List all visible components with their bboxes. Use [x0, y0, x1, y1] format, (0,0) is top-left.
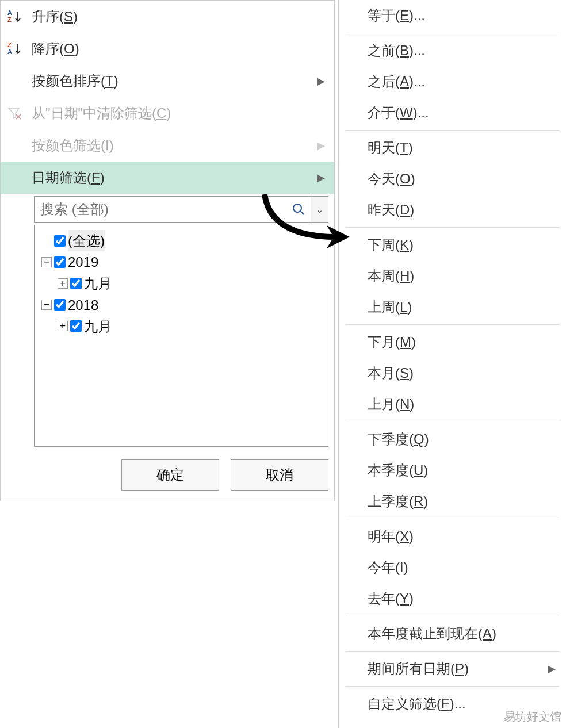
- sort-descending[interactable]: Z A 降序(O): [1, 33, 334, 65]
- expand-icon[interactable]: +: [58, 278, 68, 289]
- sort-desc-label: 降序(O): [32, 40, 330, 58]
- submenu-arrow-icon: ▶: [317, 171, 325, 184]
- sort-by-color[interactable]: 按颜色排序(T) ▶: [1, 65, 334, 97]
- submenu-arrow-icon: ▶: [548, 662, 556, 675]
- cancel-button[interactable]: 取消: [231, 459, 328, 491]
- filter-next-month[interactable]: 下月(M): [339, 327, 566, 358]
- submenu-arrow-icon: ▶: [317, 139, 325, 152]
- filter-yesterday[interactable]: 昨天(D): [339, 194, 566, 225]
- tree-month[interactable]: + 九月: [38, 316, 324, 337]
- filter-today[interactable]: 今天(O): [339, 163, 566, 194]
- filter-last-week[interactable]: 上周(L): [339, 292, 566, 323]
- filter-next-year[interactable]: 明年(X): [339, 521, 566, 552]
- sort-asc-icon: A Z: [7, 9, 32, 24]
- svg-text:A: A: [7, 48, 12, 55]
- search-input[interactable]: [35, 197, 286, 222]
- collapse-icon[interactable]: −: [41, 257, 52, 267]
- separator: [346, 324, 559, 325]
- ok-button[interactable]: 确定: [121, 459, 219, 491]
- tree-month-label: 九月: [84, 273, 112, 294]
- filter-this-week[interactable]: 本周(H): [339, 260, 566, 292]
- filter-all-dates-period[interactable]: 期间所有日期(P)▶: [339, 653, 566, 684]
- tree-month-label: 九月: [84, 316, 112, 337]
- tree-month[interactable]: + 九月: [38, 273, 324, 294]
- separator: [346, 227, 559, 228]
- date-filter-label: 日期筛选(F): [32, 168, 317, 187]
- search-row: ⌄: [34, 196, 328, 223]
- filter-this-quarter[interactable]: 本季度(U): [339, 455, 566, 486]
- svg-point-4: [293, 204, 301, 212]
- filter-by-color-label: 按颜色筛选(I): [32, 136, 317, 155]
- filter-this-month[interactable]: 本月(S): [339, 358, 566, 389]
- svg-text:A: A: [7, 9, 12, 16]
- select-all-label: (全选): [68, 230, 105, 251]
- clear-filter-icon: [7, 106, 32, 121]
- filter-by-color: 按颜色筛选(I) ▶: [1, 129, 334, 162]
- filter-tomorrow[interactable]: 明天(T): [339, 132, 566, 163]
- tree-select-all[interactable]: (全选): [38, 230, 324, 251]
- watermark: 易坊好文馆: [504, 709, 561, 725]
- sort-desc-icon: Z A: [7, 41, 32, 56]
- filter-next-week[interactable]: 下周(K): [339, 229, 566, 260]
- date-filter-submenu: 等于(E)... 之前(B)... 之后(A)... 介于(W)... 明天(T…: [338, 0, 566, 728]
- select-all-checkbox[interactable]: [54, 235, 66, 247]
- search-icon[interactable]: [286, 197, 311, 222]
- year-checkbox[interactable]: [54, 299, 66, 311]
- sort-ascending[interactable]: A Z 升序(S): [1, 1, 334, 33]
- filter-last-quarter[interactable]: 上季度(R): [339, 486, 566, 517]
- svg-text:Z: Z: [7, 16, 12, 23]
- filter-between[interactable]: 介于(W)...: [339, 97, 566, 128]
- separator: [346, 33, 559, 33]
- tree-year-2019[interactable]: − 2019: [38, 251, 324, 273]
- clear-filter: 从"日期"中清除筛选(C): [1, 97, 334, 129]
- separator: [346, 651, 559, 652]
- separator: [346, 686, 559, 687]
- svg-text:Z: Z: [7, 41, 12, 48]
- submenu-arrow-icon: ▶: [317, 75, 325, 87]
- separator: [346, 519, 559, 519]
- collapse-icon[interactable]: −: [41, 300, 52, 310]
- separator: [346, 616, 559, 616]
- date-filter[interactable]: 日期筛选(F) ▶: [1, 162, 334, 194]
- filter-equals[interactable]: 等于(E)...: [339, 0, 566, 31]
- filter-last-year[interactable]: 去年(Y): [339, 583, 566, 614]
- filter-this-year[interactable]: 今年(I): [339, 552, 566, 583]
- sort-asc-label: 升序(S): [32, 7, 330, 26]
- expand-icon[interactable]: +: [58, 321, 68, 331]
- filter-dropdown-panel: A Z 升序(S) Z A 降序(O) 按颜色排序(T) ▶ 从"日: [0, 0, 335, 501]
- month-checkbox[interactable]: [70, 320, 82, 332]
- filter-last-month[interactable]: 上月(N): [339, 389, 566, 420]
- separator: [346, 130, 559, 131]
- filter-ytd[interactable]: 本年度截止到现在(A): [339, 618, 566, 649]
- filter-tree: (全选) − 2019 + 九月 − 2018 + 九月: [34, 225, 328, 447]
- separator: [346, 422, 559, 422]
- sort-by-color-label: 按颜色排序(T): [32, 72, 317, 90]
- button-row: 确定 取消: [1, 451, 334, 501]
- filter-after[interactable]: 之后(A)...: [339, 66, 566, 97]
- tree-year-2018[interactable]: − 2018: [38, 294, 324, 316]
- month-checkbox[interactable]: [70, 278, 82, 289]
- filter-before[interactable]: 之前(B)...: [339, 35, 566, 66]
- year-checkbox[interactable]: [54, 256, 66, 268]
- search-dropdown-icon[interactable]: ⌄: [311, 197, 328, 222]
- tree-year-label: 2019: [68, 251, 98, 273]
- filter-next-quarter[interactable]: 下季度(Q): [339, 424, 566, 455]
- clear-filter-label: 从"日期"中清除筛选(C): [32, 104, 330, 122]
- tree-year-label: 2018: [68, 294, 98, 316]
